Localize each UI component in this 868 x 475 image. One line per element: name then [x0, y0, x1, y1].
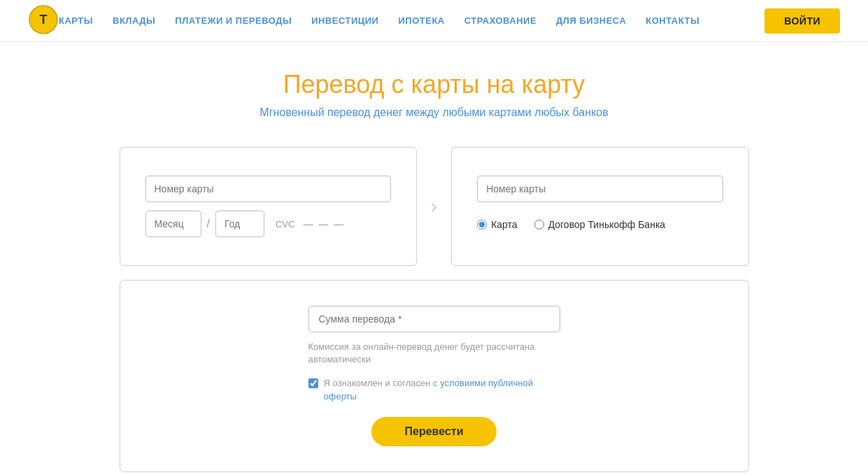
radio-contract-input[interactable] [534, 220, 544, 229]
radio-card-option[interactable]: Карта [477, 219, 517, 230]
cvc-dashes: — — — [303, 218, 345, 229]
radio-group: Карта Договор Тинькофф Банка [477, 219, 723, 230]
amount-section: Комиссия за онлайн-перевод денег будет р… [92, 280, 777, 472]
page-subtitle: Мгновенный перевод денег между любыми ка… [14, 106, 854, 119]
arrow-divider: › [417, 147, 451, 266]
nav-deposits[interactable]: ВКЛАДЫ [113, 15, 155, 26]
login-button[interactable]: ВОЙТИ [764, 8, 840, 34]
nav-mortgage[interactable]: ИПОТЕКА [398, 15, 444, 26]
expiry-month-input[interactable] [145, 211, 201, 237]
slash-separator: / [207, 218, 210, 230]
hero-section: Перевод с карты на карту Мгновенный пере… [0, 42, 868, 133]
expiry-row: / CVC — — — [145, 211, 391, 237]
nav-contacts[interactable]: КОНТАКТЫ [646, 15, 699, 26]
radio-card-label: Карта [491, 219, 517, 230]
from-card-number-input[interactable] [145, 176, 391, 202]
nav-business[interactable]: ДЛЯ БИЗНЕСА [556, 15, 626, 26]
radio-contract-option[interactable]: Договор Тинькофф Банка [534, 219, 665, 230]
page-title: Перевод с карты на карту [14, 70, 854, 99]
commission-text: Комиссия за онлайн-перевод денег будет р… [308, 341, 560, 366]
to-card-number-input[interactable] [477, 176, 723, 202]
submit-button[interactable]: Перевести [371, 417, 497, 446]
nav-cards[interactable]: КАРТЫ [59, 15, 93, 26]
to-card-box: Карта Договор Тинькофф Банка [451, 147, 748, 266]
nav-investments[interactable]: ИНВЕСТИЦИИ [311, 15, 378, 26]
amount-box: Комиссия за онлайн-перевод денег будет р… [120, 280, 749, 472]
logo: Т [28, 4, 59, 38]
nav-insurance[interactable]: СТРАХОВАНИЕ [464, 15, 536, 26]
agree-checkbox[interactable] [308, 378, 318, 388]
nav-payments[interactable]: ПЛАТЕЖИ И ПЕРЕВОДЫ [175, 15, 292, 26]
radio-contract-label: Договор Тинькофф Банка [548, 219, 665, 230]
amount-input[interactable] [308, 306, 560, 332]
cvc-label: CVC [276, 219, 294, 229]
svg-text:Т: Т [40, 13, 48, 27]
agree-row: Я ознакомлен и согласен с условиями публ… [308, 377, 560, 402]
arrow-icon: › [431, 195, 437, 218]
agree-text: Я ознакомлен и согласен с условиями публ… [324, 377, 560, 402]
from-card-box: / CVC — — — [120, 147, 417, 266]
transfer-cards-section: / CVC — — — › Карта Договор Тинькофф Бан… [92, 133, 777, 280]
main-nav: КАРТЫ ВКЛАДЫ ПЛАТЕЖИ И ПЕРЕВОДЫ ИНВЕСТИЦ… [59, 15, 764, 26]
radio-card-input[interactable] [477, 220, 487, 229]
site-header: Т КАРТЫ ВКЛАДЫ ПЛАТЕЖИ И ПЕРЕВОДЫ ИНВЕСТ… [0, 0, 868, 42]
expiry-year-input[interactable] [215, 211, 264, 237]
